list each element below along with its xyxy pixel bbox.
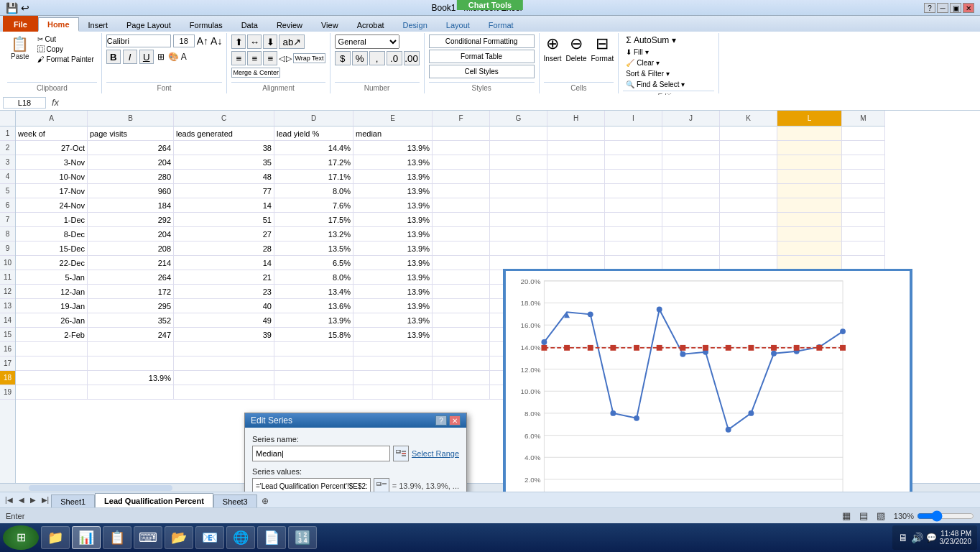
cell-g10[interactable] (490, 256, 547, 270)
cell-f16[interactable] (433, 342, 490, 356)
cell-i5[interactable] (605, 184, 662, 198)
autosum-btn[interactable]: Σ AutoSum ▾ (623, 34, 678, 46)
tab-review[interactable]: Review (267, 17, 312, 32)
cell-g2[interactable] (490, 141, 547, 155)
quick-access-save[interactable]: 💾 (6, 2, 18, 14)
cell-a3[interactable]: 3-Nov (16, 155, 88, 170)
cell-k1[interactable] (720, 126, 777, 141)
cell-c11[interactable]: 21 (174, 270, 274, 285)
cell-h7[interactable] (547, 213, 605, 227)
cell-e12[interactable]: 13.9% (353, 285, 433, 299)
cell-e13[interactable]: 13.9% (353, 299, 433, 313)
cell-d12[interactable]: 13.4% (274, 285, 353, 299)
row-header-9[interactable]: 9 (0, 242, 15, 256)
cell-i6[interactable] (605, 198, 662, 213)
cell-b13[interactable]: 295 (88, 299, 174, 313)
tab-home[interactable]: Home (38, 17, 79, 32)
cell-b8[interactable]: 204 (88, 227, 174, 242)
cell-e18[interactable] (353, 371, 433, 385)
taskbar-explorer[interactable]: 📁 (41, 526, 70, 549)
series-name-range-btn[interactable] (393, 446, 409, 461)
col-header-e[interactable]: E (353, 111, 433, 126)
cell-j7[interactable] (662, 213, 720, 227)
font-color-btn[interactable]: A (181, 52, 187, 62)
cell-h1[interactable] (547, 126, 605, 141)
cell-c18[interactable] (174, 371, 274, 385)
font-grow-btn[interactable]: A↑ (197, 35, 208, 47)
cell-a8[interactable]: 8-Dec (16, 227, 88, 242)
tab-view[interactable]: View (312, 17, 348, 32)
fill-color-btn[interactable]: 🎨 (168, 52, 179, 62)
cell-h6[interactable] (547, 198, 605, 213)
tab-file[interactable]: File (3, 16, 38, 32)
cell-b4[interactable]: 280 (88, 170, 174, 184)
format-table-btn[interactable]: Format Table (429, 50, 535, 63)
taskbar-pdf[interactable]: 📄 (257, 526, 286, 549)
series-name-input[interactable] (252, 446, 390, 461)
cell-d14[interactable]: 13.9% (274, 313, 353, 328)
currency-btn[interactable]: $ (335, 51, 351, 65)
cell-j10[interactable] (662, 256, 720, 270)
cell-e1[interactable]: median (353, 126, 433, 141)
cell-f19[interactable] (433, 385, 490, 400)
series-name-select-range[interactable]: Select Range (412, 449, 459, 458)
row-header-16[interactable]: 16 (0, 342, 15, 356)
cell-f4[interactable] (433, 170, 490, 184)
cell-a16[interactable] (16, 342, 88, 356)
cell-f1[interactable] (433, 126, 490, 141)
row-header-19[interactable]: 19 (0, 385, 15, 400)
cell-c19[interactable] (174, 385, 274, 400)
cell-i4[interactable] (605, 170, 662, 184)
cell-c1[interactable]: leads generated (174, 126, 274, 141)
taskbar-calc[interactable]: 🔢 (288, 526, 317, 549)
cell-k2[interactable] (720, 141, 777, 155)
cell-e5[interactable]: 13.9% (353, 184, 433, 198)
sheet-tab-sheet3[interactable]: Sheet3 (213, 494, 257, 507)
col-header-g[interactable]: G (490, 111, 547, 126)
cell-e10[interactable]: 13.9% (353, 256, 433, 270)
col-header-l[interactable]: L (777, 111, 842, 126)
cell-f10[interactable] (433, 256, 490, 270)
row-header-10[interactable]: 10 (0, 256, 15, 270)
start-button[interactable]: ⊞ (3, 525, 39, 550)
delete-btn[interactable]: ⊖ (570, 34, 583, 53)
cell-d11[interactable]: 8.0% (274, 270, 353, 285)
cell-f17[interactable] (433, 356, 490, 371)
cell-e4[interactable]: 13.9% (353, 170, 433, 184)
minimize-btn[interactable]: ─ (937, 3, 948, 13)
cell-styles-btn[interactable]: Cell Styles (429, 65, 535, 78)
cell-j2[interactable] (662, 141, 720, 155)
cell-c4[interactable]: 48 (174, 170, 274, 184)
view-pagebreak-btn[interactable]: ▧ (877, 510, 885, 521)
cell-h10[interactable] (547, 256, 605, 270)
cell-j3[interactable] (662, 155, 720, 170)
sheet-nav-first[interactable]: |◀ (3, 496, 15, 504)
taskbar-outlook[interactable]: 📧 (195, 526, 224, 549)
taskbar-files[interactable]: 📂 (165, 526, 193, 549)
cell-l7[interactable] (777, 213, 842, 227)
zoom-control[interactable]: 130% (894, 512, 974, 520)
cell-b1[interactable]: page visits (88, 126, 174, 141)
cell-a6[interactable]: 24-Nov (16, 198, 88, 213)
number-format-select[interactable]: General Number Percentage Currency (335, 34, 399, 49)
cell-m8[interactable] (842, 227, 885, 242)
cell-d17[interactable] (274, 356, 353, 371)
cell-k5[interactable] (720, 184, 777, 198)
cell-e17[interactable] (353, 356, 433, 371)
cell-j6[interactable] (662, 198, 720, 213)
cell-b19[interactable] (88, 385, 174, 400)
cell-a10[interactable]: 22-Dec (16, 256, 88, 270)
cell-e16[interactable] (353, 342, 433, 356)
cell-i8[interactable] (605, 227, 662, 242)
format-painter-button[interactable]: 🖌 Format Painter (34, 55, 97, 64)
cell-d19[interactable] (274, 385, 353, 400)
view-layout-btn[interactable]: ▤ (859, 510, 868, 521)
cell-d4[interactable]: 17.1% (274, 170, 353, 184)
cell-c17[interactable] (174, 356, 274, 371)
tab-page-layout[interactable]: Page Layout (117, 17, 180, 32)
cell-m5[interactable] (842, 184, 885, 198)
zoom-slider[interactable] (917, 512, 974, 520)
cell-l8[interactable] (777, 227, 842, 242)
cut-button[interactable]: ✂ Cut (34, 34, 97, 44)
row-header-11[interactable]: 11 (0, 270, 15, 285)
